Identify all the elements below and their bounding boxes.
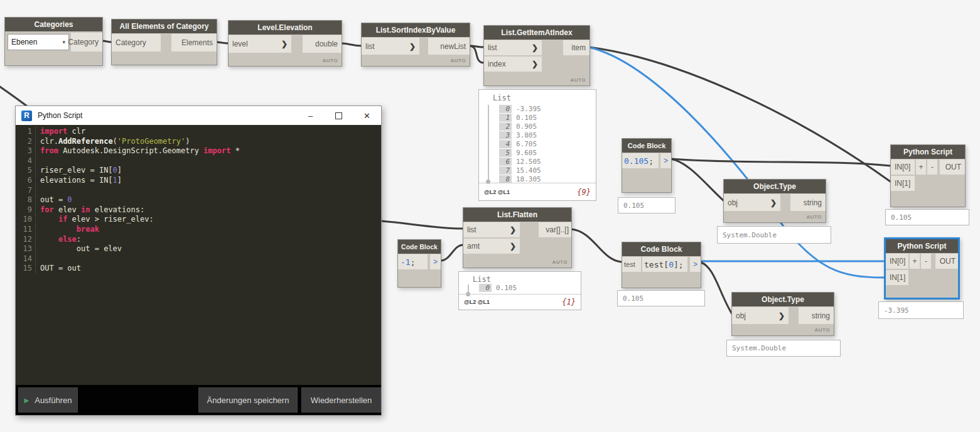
code-line[interactable]: 1import clr	[16, 127, 381, 137]
node-title[interactable]: Code Block	[622, 139, 671, 153]
wire-level-to-sortindex[interactable]	[341, 43, 362, 46]
code-line[interactable]: 13 out = elev	[16, 244, 381, 254]
code-line[interactable]: 14	[16, 254, 381, 264]
port-out-string[interactable]: string	[790, 194, 826, 211]
node-code-block-riser[interactable]: Code Block 0.105; >	[622, 138, 672, 193]
node-object-type-top[interactable]: Object.Type obj ❯ string AUTO	[723, 179, 826, 223]
node-categories[interactable]: Categories Ebenen ▾ Category	[4, 17, 103, 66]
wire-sortindex-to-getitem-index[interactable]	[469, 46, 484, 63]
port-in-obj[interactable]: obj ❯	[724, 194, 780, 211]
port-out-newlist[interactable]: newList	[428, 38, 470, 55]
node-list-sortindexbyvalue[interactable]: List.SortIndexByValue list ❯ newList AUT…	[361, 23, 470, 67]
port-out[interactable]: OUT	[940, 159, 965, 175]
port-in-0[interactable]: IN[0]	[886, 254, 908, 269]
node-code-block-test[interactable]: Code Block test test[0]; >	[622, 242, 701, 288]
port-in-list[interactable]: list ❯	[463, 222, 520, 237]
code-editor[interactable]: 1import clr2clr.AddReference('ProtoGeome…	[16, 125, 381, 385]
port-in-test[interactable]: test	[622, 257, 641, 272]
port-in-level[interactable]: level ❯	[229, 35, 291, 53]
code-text: out = 0	[36, 195, 72, 205]
add-input-button[interactable]: +	[916, 159, 926, 175]
dynamo-canvas[interactable]: Categories Ebenen ▾ Category All Element…	[0, 0, 980, 432]
watch-levels[interactable]: @L2 @L1	[464, 299, 490, 305]
port-out[interactable]: >	[690, 257, 701, 272]
node-title[interactable]: Code Block	[398, 240, 441, 254]
window-titlebar[interactable]: R Python Script – ✕	[16, 106, 381, 125]
code-line[interactable]: 2clr.AddReference('ProtoGeometry')	[16, 137, 381, 147]
code-line[interactable]: 5riser_elev = IN[0]	[16, 166, 381, 176]
minimize-button[interactable]: –	[296, 106, 325, 125]
code-block-expression[interactable]: 0.105;	[622, 153, 659, 168]
node-list-getitematindex[interactable]: List.GetItemAtIndex list ❯ index ❯ item …	[483, 25, 590, 86]
node-title[interactable]: Level.Elevation	[229, 21, 342, 35]
port-out[interactable]: >	[430, 254, 441, 269]
node-list-flatten[interactable]: List.Flatten list ❯ amt ❯ var[]..[] AUTO	[463, 207, 572, 268]
python-editor-window[interactable]: R Python Script – ✕ 1import clr2clr.AddR…	[15, 105, 382, 416]
wire-categories-to-allelements[interactable]	[102, 41, 112, 42]
node-title[interactable]: List.GetItemAtIndex	[484, 26, 590, 40]
run-button[interactable]: ▶ Ausführen	[18, 387, 78, 413]
node-title[interactable]: Object.Type	[732, 293, 834, 306]
node-code-block-neg1[interactable]: Code Block -1; >	[397, 239, 441, 288]
port-out-item[interactable]: item	[563, 40, 590, 55]
watch-levels[interactable]: @L2 @L1	[484, 189, 510, 195]
port-in-list[interactable]: list ❯	[484, 40, 542, 55]
code-line[interactable]: 7	[16, 186, 381, 196]
categories-dropdown[interactable]: Ebenen ▾	[8, 34, 69, 50]
close-button[interactable]: ✕	[353, 106, 381, 125]
node-python-script-bottom[interactable]: Python Script IN[0] + - OUT IN[1]	[884, 237, 960, 300]
wire-neg1-to-flatten-amt[interactable]	[441, 245, 463, 261]
wire-flatten-to-codeblocktest[interactable]	[571, 229, 621, 262]
port-out-double[interactable]: double	[303, 35, 342, 53]
code-line[interactable]: 6elevations = IN[1]	[16, 176, 381, 186]
node-object-type-bottom[interactable]: Object.Type obj ❯ string AUTO	[731, 292, 834, 336]
node-title[interactable]: All Elements of Category	[112, 19, 217, 33]
port-out-category[interactable]: Category	[71, 33, 102, 51]
port-out-elements[interactable]: Elements	[171, 34, 217, 51]
port-in-index[interactable]: index ❯	[484, 57, 542, 72]
node-title[interactable]: Categories	[5, 18, 102, 31]
port-out-string[interactable]: string	[799, 307, 834, 324]
save-changes-button[interactable]: Änderungen speichern	[198, 387, 298, 413]
node-title[interactable]: Object.Type	[724, 180, 826, 193]
add-input-button[interactable]: +	[910, 254, 920, 269]
port-out-var[interactable]: var[]..[]	[539, 222, 571, 237]
port-in-list[interactable]: list ❯	[362, 38, 419, 55]
port-in-amt[interactable]: amt ❯	[463, 239, 520, 254]
code-line[interactable]: 11 break	[16, 225, 381, 235]
port-in-category[interactable]: Category	[112, 34, 161, 51]
code-line[interactable]: 8out = 0	[16, 195, 381, 205]
port-in-obj[interactable]: obj ❯	[732, 307, 789, 324]
code-line[interactable]: 9for elev in elevations:	[16, 205, 381, 215]
node-title[interactable]: Code Block	[622, 242, 701, 256]
node-level-elevation[interactable]: Level.Elevation level ❯ double AUTO	[228, 20, 342, 67]
wire-test-to-objecttype-bottom[interactable]	[701, 262, 732, 314]
node-all-elements-of-category[interactable]: All Elements of Category Category Elemen…	[111, 19, 217, 65]
code-block-expression[interactable]: -1;	[398, 254, 428, 269]
wire-hidden-to-flatten-list[interactable]	[382, 221, 463, 229]
code-line[interactable]: 4	[16, 156, 381, 166]
remove-input-button[interactable]: -	[921, 254, 931, 269]
port-in-0[interactable]: IN[0]	[891, 159, 915, 175]
port-in-1[interactable]: IN[1]	[891, 176, 915, 191]
code-line[interactable]: 10 if elev > riser_elev:	[16, 215, 381, 225]
node-title[interactable]: Python Script	[886, 239, 958, 253]
wire-riser-to-objecttype-top[interactable]	[670, 159, 724, 201]
port-out[interactable]: >	[660, 153, 671, 168]
code-block-expression[interactable]: test[0];	[642, 257, 687, 272]
code-token	[40, 225, 77, 234]
maximize-button[interactable]	[325, 106, 353, 125]
port-out[interactable]: OUT	[935, 254, 958, 269]
node-title[interactable]: List.Flatten	[463, 208, 571, 222]
code-line[interactable]: 3from Autodesk.DesignScript.Geometry imp…	[16, 146, 381, 156]
node-title[interactable]: List.SortIndexByValue	[362, 23, 470, 37]
port-in-1[interactable]: IN[1]	[886, 270, 908, 285]
watch-scroll-track[interactable]	[488, 105, 489, 181]
node-python-script-top[interactable]: Python Script IN[0] + - OUT IN[1]	[890, 144, 966, 207]
wire-allelements-to-level[interactable]	[216, 42, 229, 43]
code-line[interactable]: 12 else:	[16, 235, 381, 245]
node-title[interactable]: Python Script	[891, 145, 965, 159]
remove-input-button[interactable]: -	[927, 159, 937, 175]
revert-button[interactable]: Wiederherstellen	[301, 387, 381, 413]
code-line[interactable]: 15OUT = out	[16, 264, 381, 274]
